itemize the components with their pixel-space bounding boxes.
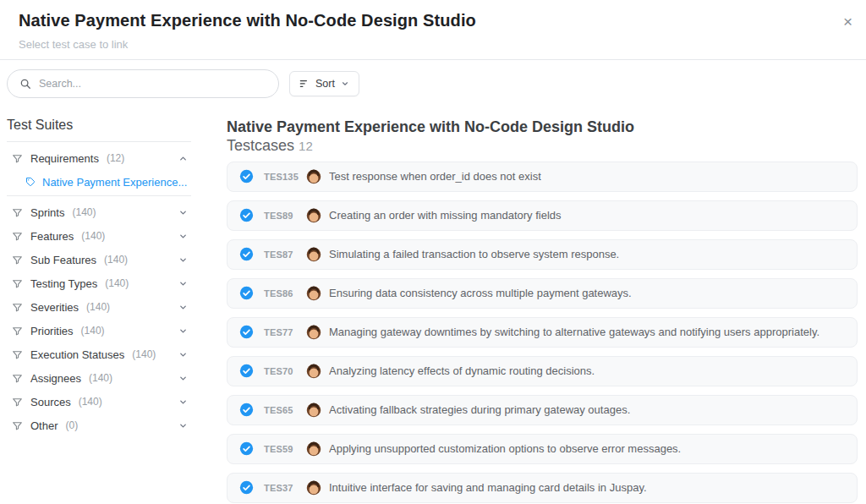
sidebar-item-label: Execution Statuses: [30, 348, 124, 361]
sidebar-item[interactable]: Testing Types (140): [7, 271, 191, 295]
assignee-avatar-icon: [306, 169, 321, 184]
testcase-id: TES135: [264, 172, 303, 182]
testcase-id: TES65: [264, 405, 303, 415]
testcase-row[interactable]: TES86 Ensuring data consistency across m…: [227, 278, 858, 309]
testcase-row[interactable]: TES77 Managing gateway downtimes by swit…: [227, 317, 858, 348]
content-area: Test Suites Requirements (12) Native Pay…: [0, 107, 866, 504]
sidebar-item-label: Sprints: [30, 206, 64, 219]
check-circle-icon: [239, 247, 254, 261]
chevron-down-icon[interactable]: [178, 208, 188, 217]
chevron-down-icon[interactable]: [178, 255, 188, 265]
sidebar-item-label: Assignees: [30, 372, 81, 385]
chevron-down-icon[interactable]: [178, 374, 188, 383]
testcase-title: Applying unsupported customization optio…: [329, 442, 681, 455]
modal-title: Native Payment Experience with No-Code D…: [19, 11, 849, 30]
assignee-avatar-icon: [306, 286, 321, 301]
testcase-row[interactable]: TES89 Creating an order with missing man…: [227, 200, 858, 231]
sidebar-item[interactable]: Features (140): [7, 224, 191, 248]
test-suite-filter-icon: [12, 231, 23, 242]
testcase-id: TES59: [264, 444, 303, 454]
sidebar-item-label: Severities: [30, 301, 79, 314]
search-input[interactable]: [39, 78, 266, 90]
testcase-id: TES37: [264, 483, 303, 493]
sidebar-item[interactable]: Severities (140): [7, 295, 191, 319]
test-suite-filter-icon: [12, 207, 23, 218]
sort-button[interactable]: Sort: [289, 71, 359, 96]
test-suite-filter-icon: [12, 349, 23, 360]
sidebar-item[interactable]: Priorities (140): [7, 319, 191, 342]
chevron-down-icon[interactable]: [178, 279, 188, 288]
sidebar-item[interactable]: Sprints (140): [7, 200, 191, 224]
close-icon[interactable]: ×: [843, 14, 852, 30]
testcase-title: Activating fallback strategies during pr…: [329, 403, 630, 416]
test-suite-filter-icon: [12, 420, 23, 431]
testcase-title: Test response when order_id does not exi…: [329, 170, 541, 183]
sidebar: Test Suites Requirements (12) Native Pay…: [0, 107, 203, 437]
testcase-row[interactable]: TES37 Intuitive interface for saving and…: [227, 473, 858, 503]
search-box[interactable]: [7, 69, 279, 98]
testcase-title: Intuitive interface for saving and manag…: [329, 481, 647, 494]
testcase-title: Ensuring data consistency across multipl…: [329, 287, 632, 299]
chevron-down-icon[interactable]: [178, 326, 188, 336]
testcase-title: Creating an order with missing mandatory…: [329, 209, 562, 222]
testcase-row[interactable]: TES70 Analyzing latency effects of dynam…: [227, 356, 858, 386]
search-icon: [19, 78, 31, 90]
sidebar-item-label: Other: [30, 419, 58, 432]
tag-icon: [25, 177, 36, 187]
chevron-down-icon[interactable]: [178, 421, 188, 430]
test-suite-filter-icon: [12, 373, 23, 384]
sidebar-item[interactable]: Execution Statuses (140): [7, 342, 191, 366]
sidebar-item-label: Requirements: [30, 152, 99, 165]
assignee-avatar-icon: [306, 325, 321, 340]
test-suite-filter-icon: [12, 255, 23, 266]
sidebar-item-count: (140): [86, 301, 110, 313]
sort-label: Sort: [315, 78, 335, 90]
toolbar: Sort: [0, 60, 866, 107]
check-circle-icon: [239, 441, 254, 456]
testcase-id: TES77: [264, 327, 303, 337]
sort-icon: [299, 79, 310, 89]
assignee-avatar-icon: [306, 364, 321, 379]
sidebar-item-label: Priorities: [30, 325, 74, 337]
main-panel: Native Payment Experience with No-Code D…: [203, 107, 866, 504]
sidebar-item-count: (140): [81, 230, 105, 242]
chevron-down-icon[interactable]: [178, 303, 188, 312]
sidebar-item-count: (140): [79, 396, 102, 408]
test-suite-filter-icon: [12, 326, 23, 337]
testcase-id: TES70: [264, 366, 303, 376]
sidebar-item-label: Sub Features: [30, 254, 96, 266]
sidebar-subitem-label: Native Payment Experience...: [42, 176, 187, 189]
testcase-row[interactable]: TES135 Test response when order_id does …: [227, 162, 858, 192]
chevron-down-icon: [341, 79, 349, 88]
sidebar-item[interactable]: Requirements (12): [7, 146, 191, 170]
testcase-row[interactable]: TES59 Applying unsupported customization…: [227, 434, 858, 464]
chevron-down-icon[interactable]: [178, 154, 188, 163]
sidebar-item-count: (12): [107, 152, 124, 164]
sidebar-item-label: Sources: [30, 396, 71, 408]
chevron-down-icon[interactable]: [178, 397, 188, 407]
testcase-count: 12: [299, 139, 313, 153]
sidebar-item-count: (140): [81, 325, 105, 337]
sidebar-item-count: (140): [105, 277, 129, 289]
check-circle-icon: [239, 403, 254, 417]
main-title-suffix: Testcases: [227, 137, 294, 154]
assignee-avatar-icon: [306, 480, 321, 496]
sidebar-item-count: (140): [104, 254, 128, 266]
testcase-row[interactable]: TES65 Activating fallback strategies dur…: [227, 395, 858, 425]
check-circle-icon: [239, 364, 254, 378]
sidebar-item[interactable]: Sources (140): [7, 390, 191, 414]
main-title: Native Payment Experience with No-Code D…: [227, 118, 675, 156]
sidebar-item-count: (0): [66, 419, 79, 431]
chevron-down-icon[interactable]: [178, 350, 188, 359]
sidebar-divider: [7, 195, 191, 196]
sidebar-item[interactable]: Sub Features (140): [7, 248, 191, 271]
testcase-row[interactable]: TES87 Simulating a failed transaction to…: [227, 239, 858, 270]
sidebar-subitem-selected[interactable]: Native Payment Experience...: [7, 170, 191, 194]
testcase-title: Analyzing latency effects of dynamic rou…: [329, 364, 595, 377]
chevron-down-icon[interactable]: [178, 232, 188, 241]
sidebar-item[interactable]: Assignees (140): [7, 366, 191, 390]
sidebar-item-label: Testing Types: [30, 277, 97, 290]
sidebar-title: Test Suites: [7, 118, 191, 133]
sidebar-item[interactable]: Other (0): [7, 414, 191, 437]
check-circle-icon: [239, 325, 254, 339]
